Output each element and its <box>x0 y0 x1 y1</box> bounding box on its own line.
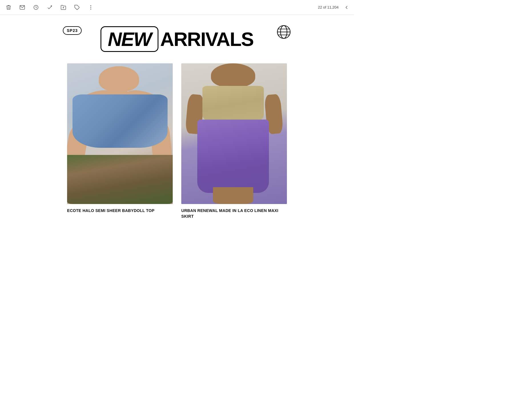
more-icon <box>88 5 94 10</box>
product-image-container-2 <box>181 63 287 204</box>
sp23-badge: SP23 <box>63 26 82 35</box>
product-image-1 <box>67 63 173 204</box>
nav-back-button[interactable] <box>344 5 349 10</box>
product-name-1: ECOTE HALO SEMI SHEER BABYDOLL TOP <box>67 208 173 214</box>
clock-icon <box>33 5 39 10</box>
blue-top <box>73 94 168 148</box>
product-image-container-1 <box>67 63 173 204</box>
mail-icon <box>19 5 25 10</box>
product-card-2[interactable]: URBAN RENEWAL MADE IN LA ECO LINEN MAXI … <box>181 63 287 219</box>
head-left <box>99 66 139 92</box>
snooze-button[interactable] <box>32 3 40 11</box>
globe-icon <box>276 25 291 39</box>
figure-right <box>181 63 287 204</box>
delete-button[interactable] <box>5 3 13 11</box>
product-name-2: URBAN RENEWAL MADE IN LA ECO LINEN MAXI … <box>181 208 287 219</box>
products-grid: ECOTE HALO SEMI SHEER BABYDOLL TOP <box>46 63 308 219</box>
r-head <box>211 63 255 87</box>
new-arrivals-title: NEW ARRIVALS <box>100 26 253 52</box>
svg-point-8 <box>90 7 91 8</box>
label-icon <box>74 5 80 10</box>
label-button[interactable] <box>73 3 81 11</box>
chevron-left-icon <box>344 5 349 10</box>
folder-icon <box>61 5 66 10</box>
r-tan-top <box>202 86 264 122</box>
pagination-label: 22 of 11,204 <box>318 5 339 9</box>
r-legs <box>213 187 253 204</box>
figure-left <box>67 63 173 204</box>
svg-point-9 <box>90 9 91 9</box>
email-toolbar: 22 of 11,204 <box>0 0 354 15</box>
svg-point-7 <box>90 5 91 6</box>
trash-icon <box>6 5 11 10</box>
email-body: SP23 NEW ARRIVALS <box>34 15 320 231</box>
arrivals-label: ARRIVALS <box>160 29 254 49</box>
check-add-icon <box>47 5 53 10</box>
archive-button[interactable] <box>18 3 26 11</box>
camo-pants <box>67 155 173 204</box>
new-box: NEW <box>100 26 158 52</box>
more-button[interactable] <box>87 3 95 11</box>
product-image-2 <box>181 63 287 204</box>
product-card-1[interactable]: ECOTE HALO SEMI SHEER BABYDOLL TOP <box>67 63 173 219</box>
mark-done-button[interactable] <box>46 3 54 11</box>
toolbar-actions <box>5 3 318 11</box>
email-header: SP23 NEW ARRIVALS <box>46 21 308 60</box>
toolbar-navigation: 22 of 11,204 <box>318 5 349 10</box>
new-label: NEW <box>108 28 151 50</box>
r-purple-skirt <box>197 120 269 193</box>
move-to-button[interactable] <box>59 3 67 11</box>
